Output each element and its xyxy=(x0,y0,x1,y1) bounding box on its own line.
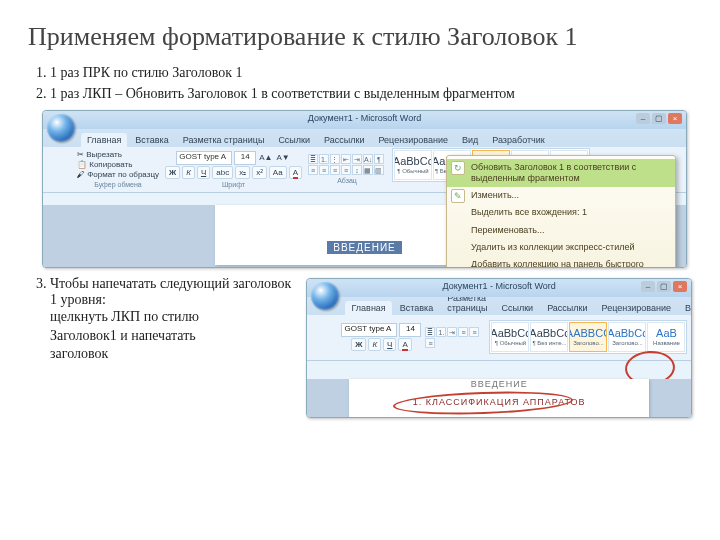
ribbon: GOST type A 14 Ж К Ч A xyxy=(307,315,691,361)
numbering-icon[interactable]: 1. xyxy=(319,154,329,164)
numbering-icon[interactable]: 1. xyxy=(436,327,446,337)
tab-layout[interactable]: Разметка страницы xyxy=(177,133,271,147)
font-size-selector[interactable]: 14 xyxy=(234,151,256,165)
style-normal[interactable]: AaBbCc¶ Обычный xyxy=(394,150,432,180)
justify-icon[interactable]: ≡ xyxy=(341,165,351,175)
selected-heading-text: ВВЕДЕНИЕ xyxy=(327,241,402,254)
doc2-heading1: ВВЕДЕНИЕ xyxy=(349,379,649,389)
tab-mailings[interactable]: Рассылки xyxy=(318,133,370,147)
cm-update-to-match[interactable]: ↻Обновить Заголовок 1 в соответствии с в… xyxy=(447,159,675,188)
slide-title: Применяем форматирование к стилю Заголов… xyxy=(28,22,692,52)
tab-home[interactable]: Главная xyxy=(81,133,127,147)
style-title[interactable]: AaBНазвание xyxy=(647,322,685,352)
tab-references[interactable]: Ссылки xyxy=(272,133,316,147)
tab-mailings[interactable]: Рассылки xyxy=(541,301,593,315)
step-3-sub: щелкнуть ЛКП по стилю Заголовок1 и напеч… xyxy=(50,308,210,365)
font-name-selector[interactable]: GOST type A xyxy=(176,151,232,165)
tab-insert[interactable]: Вставка xyxy=(129,133,174,147)
steps-list-continued: Чтобы напечатать следующий заголовок 1 у… xyxy=(28,276,692,418)
italic-button[interactable]: К xyxy=(182,166,195,179)
bold-button[interactable]: Ж xyxy=(165,166,180,179)
shrink-font-icon[interactable]: A▼ xyxy=(275,153,290,162)
subscript-button[interactable]: x₂ xyxy=(235,166,250,179)
ribbon-tabs: Главная Вставка Разметка страницы Ссылки… xyxy=(43,129,686,147)
align-icon[interactable]: ≡ xyxy=(425,338,435,348)
cm-select-all[interactable]: Выделить все вхождения: 1 xyxy=(447,204,675,221)
close-button[interactable]: × xyxy=(673,281,687,292)
tab-home[interactable]: Главная xyxy=(345,301,391,315)
style-heading2[interactable]: AaBbCcЗаголово... xyxy=(608,322,646,352)
align-left-icon[interactable]: ≡ xyxy=(308,165,318,175)
style-nointerval[interactable]: AaBbCc¶ Без инте... xyxy=(530,322,568,352)
underline-button[interactable]: Ч xyxy=(383,338,396,351)
font-group: GOST type A 14 A▲ A▼ Ж К Ч abc x₂ x² Aa … xyxy=(165,151,302,188)
borders-icon[interactable]: ▥ xyxy=(374,165,384,175)
align-icon[interactable]: ≡ xyxy=(469,327,479,337)
bold-button[interactable]: Ж xyxy=(351,338,366,351)
word-screenshot-1: Документ1 - Microsoft Word – ▢ × Главная… xyxy=(42,110,687,268)
doc2-heading2: 1. КЛАССИФИКАЦИЯ АППАРАТОВ xyxy=(413,397,586,407)
strike-button[interactable]: abc xyxy=(212,166,233,179)
style-context-menu: ↻Обновить Заголовок 1 в соответствии с в… xyxy=(446,155,676,268)
multilevel-icon[interactable]: ⋮ xyxy=(330,154,340,164)
maximize-button[interactable]: ▢ xyxy=(652,113,666,124)
pencil-icon: ✎ xyxy=(451,189,465,203)
tab-view[interactable]: Вид xyxy=(679,301,692,315)
document-area[interactable]: ВВЕДЕНИЕ 1. КЛАССИФИКАЦИЯ АППАРАТОВ xyxy=(307,379,691,418)
bullets-icon[interactable]: ≣ xyxy=(308,154,318,164)
tab-review[interactable]: Рецензирование xyxy=(596,301,678,315)
office-orb-icon[interactable] xyxy=(47,114,75,142)
steps-list: 1 раз ПРК по стилю Заголовок 1 1 раз ЛКП… xyxy=(28,64,692,104)
window-titlebar: Документ1 - Microsoft Word – ▢ × xyxy=(307,279,691,297)
minimize-button[interactable]: – xyxy=(636,113,650,124)
document-page: ВВЕДЕНИЕ 1. КЛАССИФИКАЦИЯ АППАРАТОВ xyxy=(349,379,649,418)
tab-insert[interactable]: Вставка xyxy=(394,301,439,315)
window-title: Документ1 - Microsoft Word xyxy=(308,113,421,123)
font-color-button[interactable]: A xyxy=(289,166,302,179)
paragraph-group: ≣ 1. ⋮ ⇤ ⇥ A↓ ¶ ≡ ≡ ≡ ≡ ↕ ▦ ▥ Абзац xyxy=(308,154,386,184)
word-screenshot-2: Документ1 - Microsoft Word – ▢ × Главная… xyxy=(306,278,692,418)
cm-rename[interactable]: Переименовать... xyxy=(447,222,675,239)
bullets-icon[interactable]: ≣ xyxy=(425,327,435,337)
tab-developer[interactable]: Разработчик xyxy=(486,133,550,147)
format-painter-button[interactable]: Формат по образцу xyxy=(77,170,159,179)
style-heading1[interactable]: AABBCCЗаголово... xyxy=(569,322,607,352)
align-center-icon[interactable]: ≡ xyxy=(319,165,329,175)
shading-icon[interactable]: ▦ xyxy=(363,165,373,175)
font-size-selector[interactable]: 14 xyxy=(399,323,421,337)
style-normal[interactable]: AaBbCc¶ Обычный xyxy=(491,322,529,352)
highlight-button[interactable]: Aa xyxy=(269,166,287,179)
tab-view[interactable]: Вид xyxy=(456,133,484,147)
indent-dec-icon[interactable]: ⇤ xyxy=(341,154,351,164)
maximize-button[interactable]: ▢ xyxy=(657,281,671,292)
superscript-button[interactable]: x² xyxy=(252,166,267,179)
step-1: 1 раз ПРК по стилю Заголовок 1 xyxy=(50,64,692,83)
tab-references[interactable]: Ссылки xyxy=(495,301,539,315)
underline-button[interactable]: Ч xyxy=(197,166,210,179)
office-orb-icon[interactable] xyxy=(311,282,339,310)
cm-add-qat[interactable]: Добавить коллекцию на панель быстрого до… xyxy=(447,256,675,268)
close-button[interactable]: × xyxy=(668,113,682,124)
pilcrow-icon[interactable]: ¶ xyxy=(374,154,384,164)
styles-gallery[interactable]: AaBbCc¶ Обычный AaBbCc¶ Без инте... AABB… xyxy=(489,320,687,354)
ribbon-tabs: Главная Вставка Разметка страницы Ссылки… xyxy=(307,297,691,315)
italic-button[interactable]: К xyxy=(368,338,381,351)
font-group-label: Шрифт xyxy=(222,181,245,188)
align-icon[interactable]: ≡ xyxy=(458,327,468,337)
indent-inc-icon[interactable]: ⇥ xyxy=(352,154,362,164)
step-3-lead: Чтобы напечатать следующий заголовок 1 у… xyxy=(50,276,291,307)
sort-icon[interactable]: A↓ xyxy=(363,154,373,164)
indent-icon[interactable]: ⇥ xyxy=(447,327,457,337)
minimize-button[interactable]: – xyxy=(641,281,655,292)
cut-button[interactable]: Вырезать xyxy=(77,150,159,159)
tab-review[interactable]: Рецензирование xyxy=(372,133,454,147)
copy-button[interactable]: Копировать xyxy=(77,160,159,169)
cm-modify[interactable]: ✎Изменить... xyxy=(447,187,675,204)
font-name-selector[interactable]: GOST type A xyxy=(341,323,397,337)
line-spacing-icon[interactable]: ↕ xyxy=(352,165,362,175)
align-right-icon[interactable]: ≡ xyxy=(330,165,340,175)
grow-font-icon[interactable]: A▲ xyxy=(258,153,273,162)
font-color-button[interactable]: A xyxy=(398,338,411,351)
cm-remove-quickstyle[interactable]: Удалить из коллекции экспресс-стилей xyxy=(447,239,675,256)
clipboard-group-label: Буфер обмена xyxy=(94,181,142,188)
